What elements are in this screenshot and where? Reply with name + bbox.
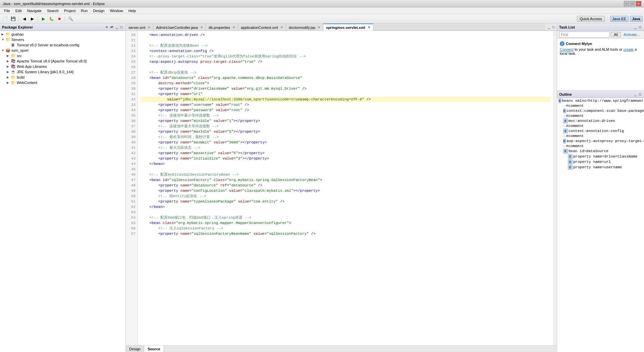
minimize-editor-button[interactable]: _ bbox=[547, 25, 551, 29]
outline-minimize[interactable]: _ bbox=[633, 92, 637, 96]
tree-node-webcontent[interactable]: ▶ 📁 WebContent bbox=[0, 80, 125, 85]
outline-item[interactable]: c mvc:annotation-driven bbox=[557, 118, 644, 124]
outline-item-label: context:annotation-config bbox=[569, 129, 624, 133]
outline-item[interactable]: c property name=url bbox=[557, 159, 644, 165]
main-layout: Package Explorer ≡ ⇌ _ □ ▶ 📁 guahao ▼ 📁 … bbox=[0, 24, 644, 352]
outline-dash-icon: — bbox=[563, 114, 566, 118]
new-button[interactable]: 📄 bbox=[1, 15, 9, 23]
tree-label-guahao: guahao bbox=[11, 32, 24, 36]
right-panel: Task List _ □ All Activate... i Connect … bbox=[557, 24, 644, 352]
outline-item[interactable]: c beans xmlns=http://www.springframework… bbox=[557, 98, 644, 103]
tree-node-build[interactable]: ▶ 📁 build bbox=[0, 75, 125, 80]
tab-close-doctormodify[interactable]: ✕ bbox=[318, 26, 320, 29]
outline-item[interactable]: — #comment bbox=[557, 124, 644, 128]
java-perspective[interactable]: Java bbox=[630, 16, 643, 22]
tree-node-servers[interactable]: ▼ 📁 Servers bbox=[0, 37, 125, 42]
tab-label-appcontext: applicationContext.xml bbox=[241, 26, 278, 30]
maximize-button[interactable]: □ bbox=[630, 1, 635, 6]
tab-admin-controller[interactable]: AdminUserController.java ✕ bbox=[153, 24, 206, 31]
tab-doctormodify[interactable]: doctormodify.jsp ✕ bbox=[286, 24, 323, 31]
tree-node-src[interactable]: ▶ 📁 src bbox=[0, 53, 125, 58]
java-ee-perspective[interactable]: Java EE bbox=[610, 16, 629, 22]
menu-edit[interactable]: Edit bbox=[13, 8, 24, 13]
stop-button[interactable]: ■ bbox=[56, 15, 63, 23]
outline-maximize[interactable]: □ bbox=[638, 92, 642, 96]
task-list-minimize[interactable]: _ bbox=[633, 25, 637, 29]
tab-close-admin[interactable]: ✕ bbox=[200, 26, 203, 29]
quick-access-button[interactable]: Quick Access bbox=[577, 16, 605, 22]
find-input[interactable] bbox=[559, 32, 609, 38]
outline-c-icon: c bbox=[568, 154, 573, 159]
tab-close-server-xml[interactable]: ✕ bbox=[148, 26, 150, 29]
code-area[interactable]: <mvc:annotation-driven /> <!-- 配置连接池为连接B… bbox=[138, 31, 553, 345]
create-link[interactable]: create bbox=[624, 47, 634, 51]
tree-arrow-src: ▶ bbox=[7, 54, 11, 57]
maximize-panel-button[interactable]: □ bbox=[119, 25, 123, 29]
tree-label-servers: Servers bbox=[11, 38, 24, 42]
activate-link[interactable]: Activate... bbox=[624, 33, 640, 37]
run-button[interactable]: ▶ bbox=[40, 15, 47, 23]
task-list-title: Task List bbox=[559, 25, 575, 29]
outline-item[interactable]: c context:annotation-config bbox=[557, 128, 644, 134]
connect-link[interactable]: Connect bbox=[560, 47, 574, 51]
design-tab-label: Design bbox=[129, 347, 141, 351]
outline-item[interactable]: — #comment bbox=[557, 144, 644, 148]
menu-run[interactable]: Run bbox=[78, 8, 90, 13]
outline-item[interactable]: c bean id=dataSource bbox=[557, 148, 644, 154]
tab-springmvc[interactable]: springmvc-servlet.xml ✕ bbox=[323, 24, 373, 31]
link-button[interactable]: ⇌ bbox=[109, 25, 114, 29]
menu-project[interactable]: Project bbox=[61, 8, 78, 13]
tree-arrow-webcontent: ▶ bbox=[7, 81, 11, 84]
outline-item-label: beans xmlns=http://www.springframework.o… bbox=[562, 99, 644, 103]
toolbar-right: Quick Access Java EE Java bbox=[577, 16, 643, 22]
menu-help[interactable]: Help bbox=[126, 8, 139, 13]
editor-tab-controls: _ □ bbox=[545, 24, 557, 31]
tree-node-tomcat-lib[interactable]: ▶ 📚 Apache Tomcat v8.0 [Apache Tomcat v8… bbox=[0, 58, 125, 64]
outline-item[interactable]: c property name=username bbox=[557, 165, 644, 170]
tab-app-context[interactable]: applicationContext.xml ✕ bbox=[238, 24, 286, 31]
back-button[interactable]: ◀ bbox=[20, 15, 28, 23]
outline-item[interactable]: — #comment bbox=[557, 134, 644, 138]
menu-navigate[interactable]: Navigate bbox=[24, 8, 44, 13]
collapse-all-button[interactable]: ≡ bbox=[105, 25, 109, 29]
menu-search[interactable]: Search bbox=[44, 8, 61, 13]
forward-button[interactable]: ▶ bbox=[29, 15, 36, 23]
editor-scrollbar[interactable] bbox=[553, 31, 557, 345]
tree-node-webapp-lib[interactable]: ▶ 📚 Web App Libraries bbox=[0, 64, 125, 69]
maximize-editor-button[interactable]: □ bbox=[551, 25, 555, 29]
outline-item[interactable]: c property name=driverClassName bbox=[557, 154, 644, 159]
menu-window[interactable]: Window bbox=[107, 8, 126, 13]
tab-label-db: db.properties bbox=[209, 26, 230, 30]
save-button[interactable]: 💾 bbox=[9, 15, 17, 23]
minimize-panel-button[interactable]: _ bbox=[115, 25, 119, 29]
tab-close-springmvc[interactable]: ✕ bbox=[368, 26, 370, 29]
window-controls[interactable]: ─ □ ✕ bbox=[624, 1, 641, 6]
project-icon-ssm: 📦 bbox=[5, 48, 11, 53]
outline-item[interactable]: c context:component-scan base-package=co… bbox=[557, 108, 644, 114]
outline-c-icon: c bbox=[563, 108, 566, 113]
menu-file[interactable]: File bbox=[1, 8, 13, 13]
tree-node-jre[interactable]: ▶ ☕ JRE System Library [jdk1.8.0_144] bbox=[0, 69, 125, 75]
menu-design[interactable]: Design bbox=[90, 8, 107, 13]
mylyn-text1: to your task and ALM tools or bbox=[575, 47, 624, 51]
outline-item[interactable]: — #comment bbox=[557, 103, 644, 108]
tab-server-xml[interactable]: server.xml ✕ bbox=[126, 24, 153, 31]
minimize-button[interactable]: ─ bbox=[624, 1, 629, 6]
outline-item[interactable]: — #comment bbox=[557, 114, 644, 118]
search-toolbar-button[interactable]: 🔍 bbox=[67, 15, 74, 23]
tree-node-tomcat[interactable]: 🖥 Tomcat v8.0 Server at localhost-config bbox=[0, 42, 125, 48]
outline-dash-icon: — bbox=[563, 134, 566, 138]
source-tab[interactable]: Source bbox=[144, 346, 164, 352]
tab-close-db[interactable]: ✕ bbox=[232, 26, 235, 29]
tree-node-guahao[interactable]: ▶ 📁 guahao bbox=[0, 32, 125, 37]
debug-button[interactable]: 🐛 bbox=[48, 15, 55, 23]
task-list-maximize[interactable]: □ bbox=[638, 25, 642, 29]
all-button[interactable]: All bbox=[611, 32, 621, 37]
outline-item[interactable]: c aop:aspectj-autoproxy proxy-target-cla… bbox=[557, 138, 644, 144]
tree-node-ssm-sport[interactable]: ▼ 📦 ssm_sport bbox=[0, 48, 125, 53]
outline-title: Outline bbox=[559, 92, 572, 96]
tab-close-appcontext[interactable]: ✕ bbox=[280, 26, 283, 29]
tab-db-properties[interactable]: db.properties ✕ bbox=[206, 24, 238, 31]
design-tab[interactable]: Design bbox=[126, 346, 144, 352]
close-button[interactable]: ✕ bbox=[636, 1, 641, 6]
